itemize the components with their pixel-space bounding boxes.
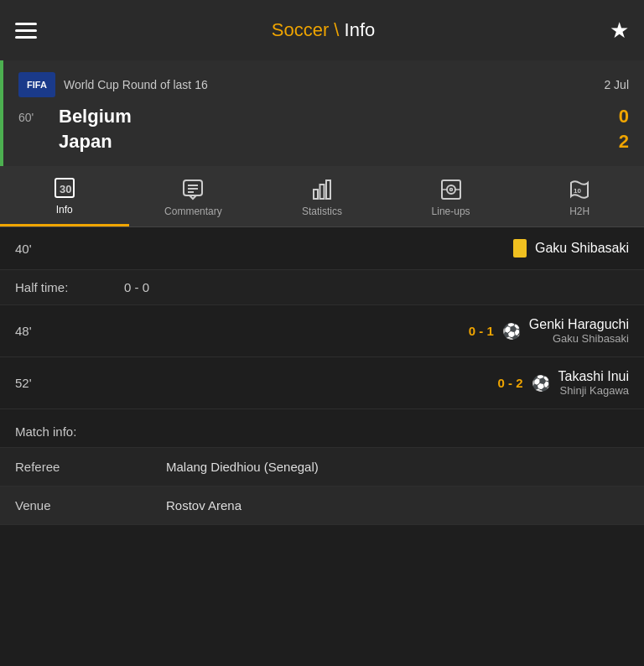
- menu-button[interactable]: [15, 23, 37, 39]
- ball-icon-52: ⚽: [532, 374, 550, 393]
- team2-row: Japan 2: [59, 131, 629, 153]
- ball-icon-48: ⚽: [502, 322, 521, 341]
- halftime-label: Half time:: [15, 280, 124, 294]
- breadcrumb: Soccer \ Info: [272, 19, 376, 41]
- h2h-icon: 10: [568, 178, 591, 201]
- event-minute-48: 48': [15, 324, 62, 338]
- team1-name: Belgium: [59, 106, 132, 127]
- event-player-52: Takashi Inui Shinji Kagawa: [558, 369, 630, 397]
- breadcrumb-sport: Soccer: [272, 19, 329, 40]
- svg-point-11: [449, 188, 452, 190]
- event-content-48: 0 - 1 ⚽ Genki Haraguchi Gaku Shibasaki: [62, 317, 629, 345]
- halftime-row: Half time: 0 - 0: [0, 270, 644, 305]
- tab-h2h[interactable]: 10 H2H: [515, 166, 644, 226]
- event-row-52: 52' 0 - 2 ⚽ Takashi Inui Shinji Kagawa: [0, 357, 644, 409]
- tab-statistics-label: Statistics: [302, 206, 342, 217]
- tab-commentary[interactable]: Commentary: [129, 166, 258, 226]
- fifa-badge: FIFA: [18, 72, 55, 97]
- tab-info-label: Info: [56, 204, 73, 216]
- tab-lineups-label: Line-ups: [432, 206, 470, 217]
- svg-rect-6: [314, 190, 318, 199]
- tab-statistics[interactable]: Statistics: [257, 166, 387, 226]
- lineups-icon: [439, 178, 463, 201]
- event-minute-40: 40': [15, 242, 62, 256]
- svg-rect-7: [319, 185, 324, 199]
- commentary-icon: [181, 178, 205, 201]
- event-player-main-52: Takashi Inui: [558, 369, 630, 384]
- match-teams: 60' Belgium 0 Japan 2: [18, 106, 629, 153]
- match-time: 60': [18, 106, 59, 124]
- teams-scores: Belgium 0 Japan 2: [59, 106, 629, 153]
- team1-score: 0: [619, 106, 629, 127]
- referee-label: Referee: [15, 460, 166, 474]
- yellow-card-icon: [513, 239, 527, 258]
- halftime-score: 0 - 0: [124, 280, 149, 294]
- referee-value: Malang Diedhiou (Senegal): [166, 460, 319, 474]
- tabs-bar: 30 Info Commentary Statistics L: [0, 166, 644, 227]
- match-tournament-row: FIFA World Cup Round of last 16 2 Jul: [18, 72, 629, 97]
- event-score-52: 0 - 2: [497, 376, 522, 390]
- venue-value: Rostov Arena: [166, 498, 242, 513]
- match-info-section: Match info: Referee Malang Diedhiou (Sen…: [0, 413, 644, 525]
- venue-label: Venue: [15, 498, 166, 513]
- match-date: 2 Jul: [604, 78, 629, 91]
- event-player-40: Gaku Shibasaki: [535, 241, 629, 256]
- events-section: 40' Gaku Shibasaki Half time: 0 - 0 48' …: [0, 227, 644, 409]
- favorite-button[interactable]: ★: [610, 18, 629, 44]
- event-player-assist-52: Shinji Kagawa: [558, 384, 630, 397]
- event-player-assist-48: Gaku Shibasaki: [529, 332, 629, 345]
- tournament-name: World Cup Round of last 16: [64, 78, 208, 91]
- tab-h2h-label: H2H: [569, 206, 589, 217]
- event-player-48: Genki Haraguchi Gaku Shibasaki: [529, 317, 629, 345]
- event-minute-52: 52': [15, 376, 62, 390]
- event-content-52: 0 - 2 ⚽ Takashi Inui Shinji Kagawa: [62, 369, 629, 397]
- info-icon: 30: [53, 176, 76, 200]
- event-player-main-40: Gaku Shibasaki: [535, 241, 629, 256]
- svg-rect-8: [326, 180, 330, 199]
- svg-point-10: [447, 185, 455, 194]
- info-row-referee: Referee Malang Diedhiou (Senegal): [0, 448, 644, 486]
- event-row-40: 40' Gaku Shibasaki: [0, 227, 644, 270]
- breadcrumb-separator: \: [329, 19, 344, 40]
- svg-text:10: 10: [574, 187, 581, 195]
- match-card: FIFA World Cup Round of last 16 2 Jul 60…: [0, 60, 644, 166]
- statistics-icon: [310, 178, 334, 201]
- app-header: Soccer \ Info ★: [0, 0, 644, 60]
- tab-commentary-label: Commentary: [164, 206, 222, 217]
- breadcrumb-page: Info: [345, 19, 376, 40]
- info-row-venue: Venue Rostov Arena: [0, 486, 644, 525]
- event-row-48: 48' 0 - 1 ⚽ Genki Haraguchi Gaku Shibasa…: [0, 305, 644, 357]
- event-score-48: 0 - 1: [469, 324, 494, 338]
- team1-row: Belgium 0: [59, 106, 629, 127]
- svg-text:30: 30: [60, 183, 71, 195]
- team2-score: 2: [619, 131, 629, 153]
- tab-info[interactable]: 30 Info: [0, 166, 129, 226]
- tournament-left: FIFA World Cup Round of last 16: [18, 72, 208, 97]
- event-content-40: Gaku Shibasaki: [62, 239, 629, 258]
- tab-lineups[interactable]: Line-ups: [387, 166, 516, 226]
- event-player-main-48: Genki Haraguchi: [529, 317, 629, 332]
- team2-name: Japan: [59, 131, 112, 153]
- match-info-header: Match info:: [0, 413, 644, 448]
